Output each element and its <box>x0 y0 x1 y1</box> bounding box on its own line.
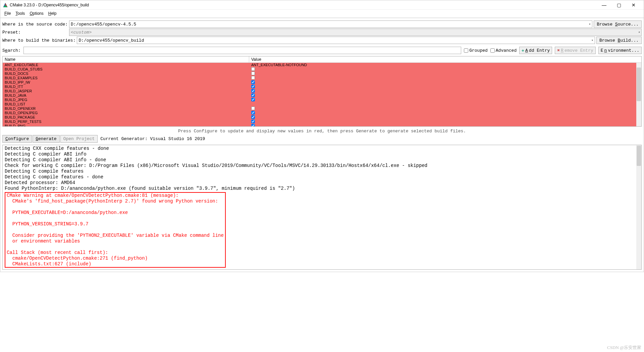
table-row[interactable]: BUILD_PACKAGE <box>3 115 641 120</box>
value-checkbox[interactable] <box>251 98 255 101</box>
path-config: Where is the source code: D:/opencv455/o… <box>0 18 644 46</box>
table-row[interactable]: BUILD_LIST <box>3 102 641 106</box>
preset-value: <custom> <box>71 30 92 35</box>
table-row[interactable]: BUILD_ITT <box>3 85 641 89</box>
log-scrollbar[interactable] <box>636 145 641 269</box>
build-label: Where to build the binaries: <box>2 38 75 43</box>
col-value[interactable]: Value <box>249 56 641 62</box>
bottom-toolbar: Configure Generate Open Project Current … <box>0 134 644 143</box>
value-checkbox[interactable] <box>251 80 255 84</box>
search-row: Search: Grouped Advanced ✚Add Entry ✖Rem… <box>0 46 644 55</box>
value-checkbox[interactable] <box>251 67 255 71</box>
value-checkbox[interactable] <box>251 111 255 115</box>
browse-source-button[interactable]: Browse Source... <box>594 20 642 28</box>
environment-button[interactable]: Environment... <box>598 47 642 54</box>
preset-combo[interactable]: <custom> ▾ <box>69 29 642 36</box>
source-path-combo[interactable]: D:/opencv455/opencv-4.5.5 ▾ <box>69 20 592 28</box>
value-checkbox[interactable] <box>251 120 255 123</box>
chevron-down-icon: ▾ <box>589 22 591 26</box>
source-path-value: D:/opencv455/opencv-4.5.5 <box>71 22 136 27</box>
value-checkbox[interactable] <box>251 124 255 126</box>
value-checkbox[interactable] <box>251 93 255 97</box>
chevron-down-icon: ▾ <box>591 38 593 42</box>
main-window: CMake 3.23.0 - D:/Opencv455/opencv_build… <box>0 0 644 272</box>
cache-table: Name Value ANT_EXECUTABLEANT_EXECUTABLE-… <box>2 56 642 127</box>
browse-build-button[interactable]: Browse Build... <box>596 37 642 44</box>
value-checkbox[interactable] <box>251 115 255 119</box>
remove-entry-button[interactable]: ✖Remove Entry <box>555 47 595 54</box>
close-button[interactable]: ✕ <box>626 1 641 9</box>
table-row[interactable]: BUILD_CUDA_STUBS <box>3 67 641 72</box>
cache-scrollbar[interactable] <box>636 63 641 126</box>
value-checkbox[interactable] <box>251 76 255 80</box>
table-row[interactable]: BUILD_JASPER <box>3 89 641 93</box>
table-row[interactable]: BUILD_JAVA <box>3 93 641 98</box>
table-row[interactable]: BUILD_JPEG <box>3 98 641 102</box>
preset-label: Preset: <box>2 30 68 35</box>
table-row[interactable]: BUILD_PERF_TESTS <box>3 120 641 124</box>
open-project-button[interactable]: Open Project <box>60 135 98 143</box>
menu-file[interactable]: File <box>2 10 13 16</box>
menu-options[interactable]: Options <box>28 10 45 16</box>
table-row[interactable]: BUILD_IPP_IW <box>3 80 641 85</box>
table-row[interactable]: BUILD_OPENEXR <box>3 106 641 111</box>
plus-icon: ✚ <box>522 48 524 53</box>
search-input[interactable] <box>23 47 462 54</box>
table-row[interactable]: BUILD_DOCS <box>3 72 641 76</box>
menu-help[interactable]: Help <box>46 10 59 16</box>
advanced-checkbox[interactable]: Advanced <box>490 48 517 53</box>
window-title: CMake 3.23.0 - D:/Opencv455/opencv_build <box>10 3 597 7</box>
table-row[interactable]: ANT_EXECUTABLEANT_EXECUTABLE-NOTFOUND <box>3 63 641 67</box>
build-path-value: D:/opencv455/opencv_build <box>78 38 144 43</box>
menubar: File Tools Options Help <box>0 10 644 17</box>
minus-icon: ✖ <box>557 48 560 53</box>
configure-button[interactable]: Configure <box>2 135 32 143</box>
cmake-logo-icon <box>3 3 8 7</box>
output-log[interactable]: Detecting CXX compile features - doneDet… <box>2 145 642 270</box>
cmake-warning-box: CMake Warning at cmake/OpenCVDetectPytho… <box>5 192 226 268</box>
value-checkbox[interactable] <box>251 106 255 110</box>
value-checkbox[interactable] <box>251 89 255 93</box>
col-name[interactable]: Name <box>3 56 249 62</box>
grouped-checkbox[interactable]: Grouped <box>464 48 488 53</box>
generator-label: Current Generator: Visual Studio 16 2019 <box>100 136 205 141</box>
build-path-combo[interactable]: D:/opencv455/opencv_build ▾ <box>77 37 595 44</box>
cache-header: Name Value <box>3 56 641 63</box>
maximize-button[interactable]: ▢ <box>611 1 626 9</box>
search-label: Search: <box>2 48 21 53</box>
value-checkbox[interactable] <box>251 72 255 75</box>
value-checkbox[interactable] <box>251 85 255 88</box>
add-entry-button[interactable]: ✚Add Entry <box>519 47 552 54</box>
table-row[interactable]: BUILD_PNG <box>3 124 641 126</box>
table-row[interactable]: BUILD_EXAMPLES <box>3 76 641 80</box>
chevron-down-icon: ▾ <box>638 30 640 34</box>
hint-text: Press Configure to update and display ne… <box>0 128 644 134</box>
generate-button[interactable]: Generate <box>33 135 59 143</box>
menu-tools[interactable]: Tools <box>13 10 27 16</box>
titlebar: CMake 3.23.0 - D:/Opencv455/opencv_build… <box>0 0 644 10</box>
source-label: Where is the source code: <box>2 22 68 27</box>
minimize-button[interactable]: — <box>597 1 611 9</box>
table-row[interactable]: BUILD_OPENJPEG <box>3 111 641 115</box>
